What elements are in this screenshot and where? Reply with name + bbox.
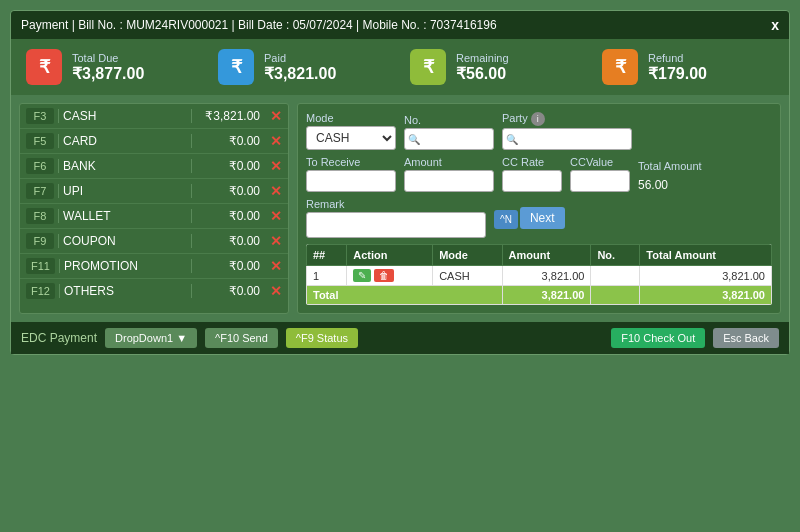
no-label: No. [404,114,494,126]
total-due-value: ₹3,877.00 [72,64,144,83]
party-group: Party i 🔍 [502,112,632,150]
card-amount: ₹0.00 [196,134,266,148]
status-button[interactable]: ^F9 Status [286,328,358,348]
upi-amount: ₹0.00 [196,184,266,198]
card-delete-button[interactable]: ✕ [270,133,282,149]
bank-label: BANK [58,159,192,173]
promotion-delete-button[interactable]: ✕ [270,258,282,274]
edit-button[interactable]: ✎ [353,269,371,282]
to-receive-input[interactable]: 56.00 [306,170,396,192]
card-row: F5 CARD ₹0.00 ✕ [20,129,288,154]
total-amount-label: Total Amount [638,160,702,172]
wallet-amount: ₹0.00 [196,209,266,223]
close-button[interactable]: x [771,17,779,33]
esc-label: Esc [723,332,741,344]
mode-group: Mode CASH [306,112,396,150]
cc-value-input[interactable]: 0 [570,170,630,192]
window-title: Payment | Bill No. : MUM24RIV000021 | Bi… [21,18,497,32]
row-num: 1 [307,266,347,286]
f12-key: F12 [26,283,55,299]
status-label: Status [317,332,348,344]
party-input[interactable] [502,128,632,150]
row-amount: 3,821.00 [502,266,591,286]
f6-key: F6 [26,158,54,174]
wallet-row: F8 WALLET ₹0.00 ✕ [20,204,288,229]
dropdown-button[interactable]: DropDown1 ▼ [105,328,197,348]
cash-delete-button[interactable]: ✕ [270,108,282,124]
f10-checkout-prefix: F10 [621,332,640,344]
bank-delete-button[interactable]: ✕ [270,158,282,174]
row-mode: CASH [433,266,502,286]
upi-delete-button[interactable]: ✕ [270,183,282,199]
f9-key: F9 [26,233,54,249]
checkout-button[interactable]: F10 Check Out [611,328,705,348]
col-amount: Amount [502,245,591,266]
total-label: Total [307,286,503,305]
party-search-icon: 🔍 [506,134,518,145]
amount-input[interactable]: 56 [404,170,494,192]
total-due-label: Total Due [72,52,144,64]
total-no [591,286,640,305]
edc-label: EDC Payment [21,331,97,345]
promotion-amount: ₹0.00 [196,259,266,273]
remaining-value: ₹56.00 [456,64,509,83]
party-info-icon: i [531,112,545,126]
others-amount: ₹0.00 [196,284,266,298]
total-row: Total 3,821.00 3,821.00 [307,286,772,305]
f3-key: F3 [26,108,54,124]
back-button[interactable]: Esc Back [713,328,779,348]
others-delete-button[interactable]: ✕ [270,283,282,299]
cash-label: CASH [58,109,192,123]
remaining-icon: ₹ [410,49,446,85]
table-row: 1 ✎ 🗑 CASH 3,821.00 3,821.00 [307,266,772,286]
remark-input[interactable] [306,212,486,238]
total-amount-value: 56.00 [638,174,702,192]
coupon-row: F9 COUPON ₹0.00 ✕ [20,229,288,254]
row-action: ✎ 🗑 [347,266,433,286]
total-due-icon: ₹ [26,49,62,85]
upi-label: UPI [58,184,192,198]
cc-rate-label: CC Rate [502,156,562,168]
cc-value-label: CCValue [570,156,630,168]
next-prefix-button[interactable]: ^N [494,210,518,229]
f5-key: F5 [26,133,54,149]
col-mode: Mode [433,245,502,266]
payment-table: ## Action Mode Amount No. Total Amount 1… [306,244,772,305]
f7-key: F7 [26,183,54,199]
others-row: F12 OTHERS ₹0.00 ✕ [20,279,288,303]
col-total: Total Amount [640,245,772,266]
paid-label: Paid [264,52,336,64]
delete-row-button[interactable]: 🗑 [374,269,394,282]
send-label: Send [242,332,268,344]
coupon-label: COUPON [58,234,192,248]
refund-label: Refund [648,52,707,64]
f11-key: F11 [26,258,55,274]
bank-row: F6 BANK ₹0.00 ✕ [20,154,288,179]
total-amount-group: Total Amount 56.00 [638,160,702,192]
refund-value: ₹179.00 [648,64,707,83]
next-button[interactable]: Next [520,207,565,229]
col-no: No. [591,245,640,266]
f9-status-prefix: ^F9 [296,332,314,344]
promotion-row: F11 PROMOTION ₹0.00 ✕ [20,254,288,279]
card-label: CARD [58,134,192,148]
col-action: Action [347,245,433,266]
dropdown-label: DropDown1 [115,332,173,344]
remaining-label: Remaining [456,52,509,64]
paid-card: ₹ Paid ₹3,821.00 [218,49,390,85]
payment-methods-panel: F3 CASH ₹3,821.00 ✕ F5 CARD ₹0.00 ✕ F6 B… [19,103,289,314]
cash-amount: ₹3,821.00 [196,109,266,123]
remark-group: Remark [306,198,486,238]
cc-rate-input[interactable]: 0 [502,170,562,192]
no-group: No. 🔍 [404,114,494,150]
send-button[interactable]: ^F10 Send [205,328,278,348]
refund-card: ₹ Refund ₹179.00 [602,49,774,85]
mode-select[interactable]: CASH [306,126,396,150]
coupon-delete-button[interactable]: ✕ [270,233,282,249]
promotion-label: PROMOTION [59,259,192,273]
wallet-delete-button[interactable]: ✕ [270,208,282,224]
cash-row: F3 CASH ₹3,821.00 ✕ [20,104,288,129]
next-label: Next [530,211,555,225]
coupon-amount: ₹0.00 [196,234,266,248]
to-receive-group: To Receive 56.00 [306,156,396,192]
